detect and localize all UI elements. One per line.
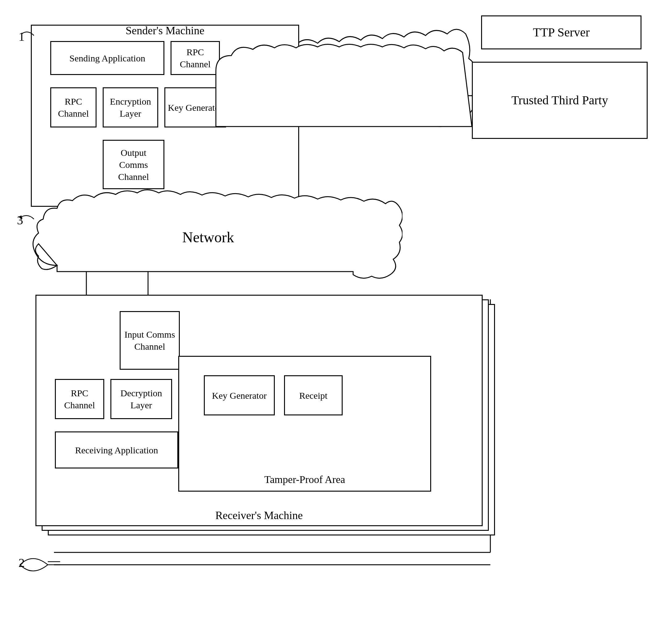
tamper-proof-label: Tamper-Proof Area (179, 473, 430, 486)
key-generator-receiver-label: Key Generator (212, 390, 267, 402)
tamper-proof-box: Tamper-Proof Area Key Generator Receipt (178, 356, 431, 492)
label2-arrow (17, 549, 63, 580)
ttp-server-box: TTP Server (481, 15, 641, 49)
diagram-container: 1 2 3 TTP Server Trusted Third Party Sen… (0, 0, 672, 620)
trusted-third-party-box: Trusted Third Party (472, 62, 648, 139)
output-comms-label: Output Comms Channel (106, 147, 161, 183)
rpc-channel-left-label: RPCChannel (58, 95, 89, 119)
rpc-channel-receiver-label: RPCChannel (64, 387, 95, 411)
decryption-layer-box: Decryption Layer (110, 379, 172, 419)
receivers-machine-box: Receiver's Machine Input Comms Channel R… (36, 295, 483, 526)
receiving-application-label: Receiving Application (75, 444, 158, 456)
receivers-machine-label: Receiver's Machine (37, 509, 482, 522)
sending-application-label: Sending Application (69, 52, 145, 64)
input-comms-box: Input Comms Channel (120, 311, 180, 370)
encryption-layer-box: Encryption Layer (103, 87, 158, 127)
input-comms-label: Input Comms Channel (123, 328, 176, 352)
label3-arrow (15, 210, 40, 228)
encryption-layer-label: Encryption Layer (106, 95, 155, 119)
rpc-channel-left-box: RPCChannel (50, 87, 97, 127)
senders-machine-label: Sender's Machine (32, 24, 298, 37)
network-cloud-svg: Network (17, 188, 402, 287)
decryption-layer-label: Decryption Layer (114, 387, 169, 411)
sending-application-box: Sending Application (50, 41, 164, 75)
network-label: Network (182, 229, 234, 245)
output-comms-box: Output Comms Channel (103, 140, 164, 189)
trusted-third-party-label: Trusted Third Party (511, 92, 608, 108)
ttp-server-label: TTP Server (533, 25, 590, 40)
receiving-application-box: Receiving Application (55, 431, 178, 468)
key-generator-receiver-box: Key Generator (204, 375, 275, 415)
receipt-label: Receipt (299, 390, 328, 402)
receipt-box: Receipt (284, 375, 343, 415)
ttp-cloud-svg (191, 40, 487, 157)
svg-marker-14 (18, 215, 21, 219)
rpc-channel-receiver-box: RPCChannel (55, 379, 104, 419)
label1-arrow (18, 26, 43, 45)
